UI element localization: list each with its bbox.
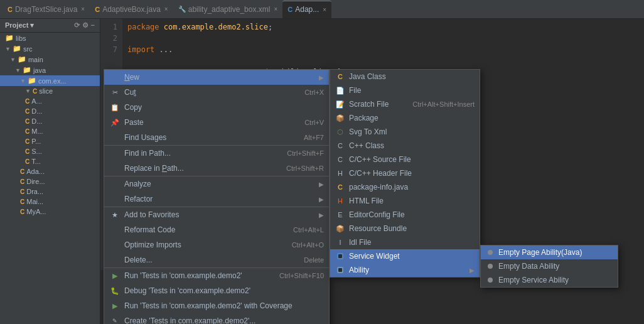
idl-icon: I xyxy=(335,237,345,247)
sidebar-item-dire[interactable]: C Dire... xyxy=(0,176,100,186)
submenu-new: C Java Class 📄 File 📝 Scratch File Ctrl+… xyxy=(330,69,480,278)
sidebar-item-java[interactable]: ▼ 📁 java xyxy=(0,65,100,75)
sidebar-item-ada[interactable]: C Ada... xyxy=(0,166,100,176)
sidebar-item-p[interactable]: C P... xyxy=(0,136,100,146)
settings-icon[interactable]: ⚙ xyxy=(82,21,89,30)
tab-close[interactable]: × xyxy=(323,6,326,13)
ability-item-emptydata[interactable]: Empty Data Ability xyxy=(481,259,618,273)
analyze-icon xyxy=(109,178,121,190)
menu-item-analyze[interactable]: Analyze ▶ xyxy=(104,176,329,192)
arrow-icon: ▶ xyxy=(319,181,324,188)
sidebar-item-label: Dire... xyxy=(26,178,45,185)
submenu-item-label: C/C++ Source File xyxy=(349,155,475,164)
tab-close[interactable]: × xyxy=(164,6,168,13)
java-icon: C xyxy=(25,138,30,145)
menu-item-replaceinpath[interactable]: Replace in Path... Ctrl+Shift+R xyxy=(104,161,329,176)
tab-adap[interactable]: C Adap... × xyxy=(282,1,331,18)
arrow-icon: ▶ xyxy=(319,196,324,203)
ability-item-emptypage[interactable]: Empty Page Ability(Java) xyxy=(481,246,618,259)
sync-icon[interactable]: ⟳ xyxy=(74,21,80,30)
service-icon xyxy=(335,251,345,261)
menu-item-label: Paste xyxy=(124,118,292,127)
submenu-item-editorconfig[interactable]: E EditorConfig File xyxy=(330,208,480,222)
svg-icon: ⬡ xyxy=(335,127,345,137)
menu-item-favorites[interactable]: ★ Add to Favorites ▶ xyxy=(104,207,329,222)
menu-item-new[interactable]: New ▶ xyxy=(104,70,329,85)
submenu-item-file[interactable]: 📄 File xyxy=(330,84,480,97)
sidebar-item-label: S... xyxy=(31,148,42,155)
sidebar-item-m[interactable]: C M... xyxy=(0,126,100,136)
menu-item-findusages[interactable]: Find Usages Alt+F7 xyxy=(104,130,329,146)
submenu-item-resourcebundle[interactable]: 📦 Resource Bundle xyxy=(330,222,480,235)
submenu-item-label: Java Class xyxy=(349,72,475,81)
minimize-icon[interactable]: − xyxy=(91,21,95,30)
sidebar-item-src[interactable]: ▼ 📁 src xyxy=(0,43,100,54)
sidebar-item-a[interactable]: C A... xyxy=(0,96,100,106)
submenu-item-package[interactable]: 📦 Package xyxy=(330,111,480,125)
submenu-item-cppclass[interactable]: C C++ Class xyxy=(330,139,480,153)
optimize-icon xyxy=(109,239,121,251)
menu-item-delete[interactable]: Delete... Delete xyxy=(104,252,329,268)
submenu-item-htmlfile[interactable]: H HTML File xyxy=(330,194,480,208)
ability-icon xyxy=(335,265,345,275)
pkginfo-icon: C xyxy=(335,182,345,192)
submenu-item-label: Ability xyxy=(349,266,470,274)
menu-item-label: Cut xyxy=(124,88,292,97)
sidebar-item-d2[interactable]: C D... xyxy=(0,116,100,126)
submenu-item-scratchfile[interactable]: 📝 Scratch File Ctrl+Alt+Shift+Insert xyxy=(330,97,480,111)
submenu-item-svgtoxml[interactable]: ⬡ Svg To Xml xyxy=(330,125,480,139)
menu-item-debug[interactable]: 🐛 Debug 'Tests in 'com.example.demo2' xyxy=(104,283,329,298)
sidebar-item-slice[interactable]: ▼ C slice xyxy=(0,86,100,96)
sidebar-item-d1[interactable]: C D... xyxy=(0,106,100,116)
menu-item-refactor[interactable]: Refactor ▶ xyxy=(104,192,329,207)
sidebar-item-mai[interactable]: C Mai... xyxy=(0,197,100,207)
menu-item-coverage[interactable]: ▶ Run 'Tests in 'com.example.demo2' with… xyxy=(104,298,329,313)
tab-dragtextslice[interactable]: C DragTextSlice.java × xyxy=(3,1,90,18)
submenu-item-cppsource[interactable]: C C/C++ Source File xyxy=(330,153,480,166)
folder-icon: 📁 xyxy=(5,34,14,42)
java-class-icon: C xyxy=(335,72,345,82)
submenu-item-label: Service Widget xyxy=(349,252,475,261)
sidebar-item-t[interactable]: C T... xyxy=(0,156,100,166)
sidebar-item-main[interactable]: ▼ 📁 main xyxy=(0,54,100,65)
sidebar-item-comex[interactable]: ▼ 📁 com.ex... xyxy=(0,75,100,86)
sidebar-item-libs[interactable]: 📁 libs xyxy=(0,33,100,43)
ability-item-label: Empty Service Ability xyxy=(498,276,613,284)
menu-item-label: New xyxy=(124,73,319,82)
sidebar-item-s[interactable]: C S... xyxy=(0,146,100,156)
submenu-item-pkginfo[interactable]: C package-info.java xyxy=(330,180,480,194)
menu-item-create[interactable]: ✎ Create 'Tests in com.example.demo2'... xyxy=(104,313,329,324)
cpp-header-icon: H xyxy=(335,168,345,178)
menu-item-label: Reformat Code xyxy=(124,225,281,234)
menu-item-paste[interactable]: 📌 Paste Ctrl+V xyxy=(104,115,329,130)
submenu-item-javaclass[interactable]: C Java Class xyxy=(330,70,480,84)
sidebar-item-dra[interactable]: C Dra... xyxy=(0,186,100,197)
submenu-item-servicewidget[interactable]: Service Widget xyxy=(330,249,480,263)
tab-close[interactable]: × xyxy=(81,6,85,13)
ability-item-emptyservice[interactable]: Empty Service Ability xyxy=(481,273,618,287)
menu-item-copy[interactable]: 📋 Copy xyxy=(104,100,329,115)
menu-item-cut[interactable]: ✂ Cut Ctrl+X xyxy=(104,85,329,100)
menu-item-label: Run 'Tests in 'com.example.demo2' with C… xyxy=(124,301,324,310)
folder-icon: 📁 xyxy=(18,55,26,63)
submenu-item-cppheader[interactable]: H C/C++ Header File xyxy=(330,166,480,180)
empty-service-icon xyxy=(486,276,495,284)
menu-item-label: Replace in Path... xyxy=(124,164,274,173)
folder-icon: 📁 xyxy=(28,77,36,85)
menu-item-run[interactable]: ▶ Run 'Tests in 'com.example.demo2' Ctrl… xyxy=(104,268,329,283)
menu-item-optimize[interactable]: Optimize Imports Ctrl+Alt+O xyxy=(104,237,329,252)
sidebar-item-label: MyA... xyxy=(26,208,46,215)
menu-item-reformat[interactable]: Reformat Code Ctrl+Alt+L xyxy=(104,222,329,237)
resource-icon: 📦 xyxy=(335,224,345,234)
tab-adaptivebox[interactable]: C AdaptiveBox.java × xyxy=(90,1,173,18)
empty-data-icon xyxy=(486,262,495,271)
submenu-item-idlfile[interactable]: I Idl File xyxy=(330,235,480,249)
submenu-item-ability[interactable]: Ability ▶ xyxy=(330,263,480,277)
tab-close[interactable]: × xyxy=(274,6,277,13)
submenu-item-label: C++ Class xyxy=(349,141,475,150)
menu-item-label: Refactor xyxy=(124,195,319,203)
sidebar-item-mya[interactable]: C MyA... xyxy=(0,207,100,217)
menu-item-findinpath[interactable]: Find in Path... Ctrl+Shift+F xyxy=(104,146,329,161)
tab-xml[interactable]: 🔧 ability_adaptive_box.xml × xyxy=(173,1,283,18)
sidebar-item-label: Ada... xyxy=(26,168,45,175)
